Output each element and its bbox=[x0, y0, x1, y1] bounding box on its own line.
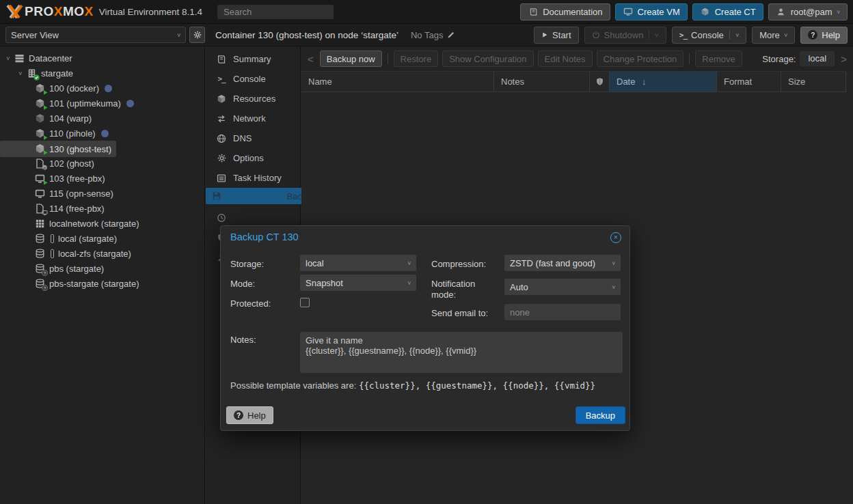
column-header-notes[interactable]: Notes bbox=[494, 72, 590, 92]
ct-running-icon bbox=[34, 98, 45, 109]
backup-table-header: Name Notes Date ↓ Format Size bbox=[301, 71, 846, 92]
play-icon bbox=[541, 31, 548, 38]
power-icon bbox=[592, 31, 600, 39]
chevron-down-icon: > bbox=[406, 261, 412, 264]
tree-item-storage[interactable]: local-zfs (stargate) bbox=[0, 246, 204, 261]
datacenter-icon bbox=[14, 53, 25, 64]
column-header-protected[interactable] bbox=[590, 72, 610, 92]
remove-button: Remove bbox=[695, 51, 742, 67]
nav-item-summary[interactable]: Summary bbox=[206, 49, 300, 69]
cube-icon bbox=[700, 6, 711, 17]
tree-item-storage-unknown[interactable]: pbs-stargate (stargate) bbox=[0, 276, 204, 291]
column-header-format[interactable]: Format bbox=[717, 72, 781, 92]
nav-item-partial[interactable] bbox=[206, 208, 300, 227]
mode-label: Mode: bbox=[230, 279, 255, 289]
tree-item-ct[interactable]: 101 (uptimekuma) bbox=[0, 96, 204, 111]
tree-item-node[interactable]: > stargate bbox=[0, 66, 204, 81]
nav-item-console[interactable]: >_ Console bbox=[206, 69, 300, 89]
notes-textarea[interactable]: Give it a name {{cluster}}, {{guestname}… bbox=[300, 332, 623, 373]
user-icon bbox=[776, 6, 787, 17]
storage-label: Storage: bbox=[230, 259, 264, 269]
cube-icon bbox=[216, 94, 227, 104]
chevron-down-icon: > bbox=[610, 261, 617, 264]
restore-button: Restore bbox=[394, 51, 439, 67]
nav-item-network[interactable]: Network bbox=[206, 109, 300, 128]
protected-checkbox[interactable] bbox=[300, 298, 310, 307]
chevron-down-icon: > bbox=[654, 33, 660, 36]
database-question-icon bbox=[34, 278, 45, 289]
tree-item-ct[interactable]: 100 (docker) bbox=[0, 81, 204, 96]
scroll-right-icon[interactable]: > bbox=[839, 53, 849, 65]
proxmox-brand: PROXMOX Virtual Environment 8.1.4 bbox=[5, 4, 202, 19]
dialog-backup-button[interactable]: Backup bbox=[576, 406, 625, 424]
mode-select[interactable]: Snapshot > bbox=[300, 275, 416, 291]
create-vm-button[interactable]: Create VM bbox=[615, 3, 688, 20]
expand-arrow-icon[interactable]: > bbox=[5, 53, 11, 63]
compression-label: Compression: bbox=[431, 259, 486, 269]
tree-item-storage[interactable]: local (stargate) bbox=[0, 231, 204, 246]
floppy-icon bbox=[211, 191, 222, 201]
compression-select[interactable]: ZSTD (fast and good) > bbox=[504, 255, 621, 271]
backup-now-button[interactable]: Backup now bbox=[320, 51, 382, 67]
terminal-icon: >_ bbox=[679, 31, 687, 40]
send-email-input[interactable] bbox=[504, 304, 621, 320]
backup-dialog: Backup CT 130 × Storage: local > Mode: S… bbox=[220, 225, 630, 431]
globe-icon bbox=[216, 133, 227, 144]
column-header-date[interactable]: Date ↓ bbox=[610, 72, 717, 92]
tree-item-ct[interactable]: 104 (warp) bbox=[0, 111, 204, 126]
nav-item-options[interactable]: Options bbox=[206, 148, 300, 168]
user-menu-button[interactable]: root@pam > bbox=[768, 3, 848, 20]
monitor-icon bbox=[42, 210, 48, 216]
tree-item-network[interactable]: localnetwork (stargate) bbox=[0, 216, 204, 231]
help-button[interactable]: ? Help bbox=[800, 27, 848, 44]
book-icon bbox=[528, 6, 539, 17]
tree-item-ct-template[interactable]: 102 (ghost) bbox=[0, 156, 204, 171]
play-icon bbox=[42, 135, 49, 141]
backup-toolbar: < Backup now Restore Show Configuration … bbox=[301, 46, 853, 71]
play-icon bbox=[42, 104, 49, 111]
view-selector[interactable]: Server View > bbox=[5, 27, 186, 43]
notification-mode-select[interactable]: Auto > bbox=[504, 279, 621, 295]
tree-item-vm-template[interactable]: 114 (free-pbx) bbox=[0, 201, 204, 216]
expand-arrow-icon[interactable]: > bbox=[17, 68, 23, 78]
nav-item-resources[interactable]: Resources bbox=[206, 89, 300, 109]
chevron-down-icon: > bbox=[734, 33, 740, 36]
storage-select[interactable]: local > bbox=[300, 255, 416, 271]
tree-item-ct-selected[interactable]: 130 (ghost-test) bbox=[0, 141, 116, 157]
vm-template-icon bbox=[34, 203, 45, 214]
tree-item-vm[interactable]: 103 (free-pbx) bbox=[0, 171, 204, 186]
ct-stopped-icon bbox=[34, 113, 45, 124]
tag-dot bbox=[126, 100, 134, 107]
chevron-down-icon: > bbox=[406, 281, 412, 284]
tree-item-vm[interactable]: 115 (opn-sense) bbox=[0, 186, 204, 201]
column-header-name[interactable]: Name bbox=[301, 72, 494, 92]
tree-item-datacenter[interactable]: > Datacenter bbox=[0, 51, 204, 66]
divider bbox=[689, 53, 690, 64]
start-button[interactable]: Start bbox=[534, 27, 578, 44]
list-icon bbox=[216, 173, 227, 184]
more-button[interactable]: More > bbox=[752, 27, 795, 44]
column-header-size[interactable]: Size bbox=[781, 72, 846, 92]
tree-item-ct[interactable]: 110 (pihole) bbox=[0, 126, 204, 141]
edit-tags-button[interactable] bbox=[447, 31, 455, 39]
view-settings-button[interactable] bbox=[189, 27, 205, 43]
close-icon[interactable]: × bbox=[610, 232, 621, 243]
storage-filter-value[interactable]: local bbox=[800, 51, 835, 66]
console-button[interactable]: >_ Console > bbox=[672, 27, 746, 44]
divider bbox=[388, 53, 388, 64]
nav-item-dns[interactable]: DNS bbox=[206, 128, 300, 148]
search-input[interactable] bbox=[217, 5, 334, 19]
resource-tree: > Datacenter > stargate 100 (docker) 101… bbox=[0, 46, 205, 504]
dialog-title: Backup CT 130 bbox=[230, 232, 299, 242]
divider bbox=[729, 30, 730, 40]
node-icon bbox=[26, 68, 37, 79]
dialog-help-button[interactable]: ? Help bbox=[226, 406, 273, 424]
scroll-left-icon[interactable]: < bbox=[306, 53, 316, 65]
create-ct-button[interactable]: Create CT bbox=[692, 3, 763, 20]
ct-running-icon bbox=[34, 83, 45, 94]
nav-item-task-history[interactable]: Task History bbox=[206, 168, 300, 188]
version-label: Virtual Environment 8.1.4 bbox=[99, 7, 202, 17]
tree-item-storage-unknown[interactable]: pbs (stargate) bbox=[0, 261, 204, 276]
template-variables-hint: Possible template variables are: {{clust… bbox=[230, 380, 595, 391]
documentation-button[interactable]: Documentation bbox=[520, 3, 610, 20]
